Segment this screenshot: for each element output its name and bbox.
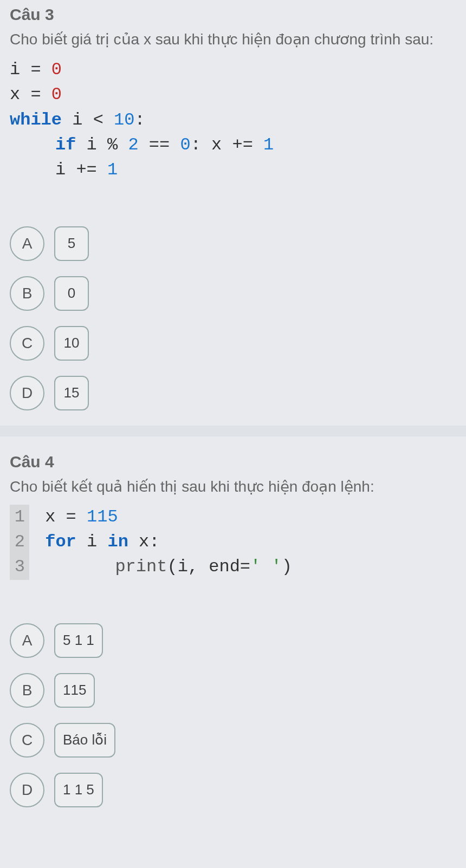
option-row-b: B 115	[10, 673, 456, 708]
option-c-value[interactable]: 10	[54, 326, 89, 361]
code-token: )	[282, 557, 292, 577]
code-line-1: i = 0	[10, 57, 456, 82]
code-token: +=	[76, 160, 96, 180]
question-3-code: i = 0 x = 0 while i < 10: if i % 2 == 0:…	[10, 57, 456, 183]
option-row-a: A 5	[10, 226, 456, 261]
option-d-letter[interactable]: D	[10, 773, 44, 807]
code-token: 0	[51, 60, 62, 80]
code-token: 2	[128, 135, 138, 155]
option-b-value[interactable]: 115	[54, 673, 95, 708]
code-token: while	[10, 110, 62, 130]
question-3-prompt: Cho biết giá trị của x sau khi thực hiện…	[10, 29, 456, 50]
code-token: x	[139, 532, 149, 552]
code-token: ' '	[250, 557, 282, 577]
code-line-3: while i < 10:	[10, 108, 456, 133]
question-4: Câu 4 Cho biết kết quả hiến thị sau khi …	[10, 453, 456, 807]
code-token: =	[66, 507, 76, 527]
question-3: Câu 3 Cho biết giá trị của x sau khi thự…	[10, 5, 456, 410]
question-4-title: Câu 4	[10, 453, 456, 471]
code-line-5: i += 1	[10, 158, 456, 182]
code-token: for	[45, 532, 76, 552]
code-token: end	[209, 557, 240, 577]
code-line-2: x = 0	[10, 82, 456, 107]
code-token: i	[87, 135, 97, 155]
code-line-4: if i % 2 == 0: x += 1	[10, 133, 456, 158]
code-token: %	[107, 135, 118, 155]
option-c-letter[interactable]: C	[10, 326, 44, 361]
question-4-options: A 5 1 1 B 115 C Báo lỗi D 1 1 5	[10, 623, 456, 807]
code-token: in	[107, 532, 128, 552]
code-token: :	[134, 110, 145, 130]
code-token: ,	[188, 557, 198, 577]
option-c-letter[interactable]: C	[10, 723, 44, 758]
code-token: ==	[149, 135, 170, 155]
code-token: 1	[107, 160, 118, 180]
code-token: 1	[263, 135, 274, 155]
code-token: i	[178, 557, 188, 577]
code-token: :	[191, 135, 201, 155]
code-token: i	[87, 532, 97, 552]
code-token: 10	[114, 110, 134, 130]
option-row-d: D 1 1 5	[10, 773, 456, 807]
option-row-a: A 5 1 1	[10, 623, 456, 658]
code-token: 0	[180, 135, 190, 155]
code-token: x	[10, 84, 20, 105]
line-number: 1	[10, 505, 29, 530]
code-token: =	[240, 557, 250, 577]
line-number: 2	[10, 530, 29, 554]
option-d-value[interactable]: 1 1 5	[54, 773, 103, 807]
code-token: print	[115, 557, 167, 577]
code-token: =	[30, 84, 41, 105]
option-row-d: D 15	[10, 376, 456, 410]
code-line-3: 3 print(i, end=' ')	[10, 554, 456, 579]
option-row-b: B 0	[10, 276, 456, 311]
option-b-value[interactable]: 0	[54, 276, 89, 311]
question-4-code: 1 x = 115 2 for i in x: 3 print(i, end='…	[10, 505, 456, 580]
line-number: 3	[10, 554, 29, 579]
question-3-options: A 5 B 0 C 10 D 15	[10, 226, 456, 410]
code-token: i	[10, 60, 20, 80]
code-token: 115	[87, 507, 118, 527]
code-line-1: 1 x = 115	[10, 505, 456, 530]
code-token: i	[72, 110, 82, 130]
code-token: :	[149, 532, 159, 552]
question-4-prompt: Cho biết kết quả hiến thị sau khi thực h…	[10, 477, 456, 497]
option-c-value[interactable]: Báo lỗi	[54, 723, 115, 758]
option-a-value[interactable]: 5 1 1	[54, 623, 103, 658]
option-row-c: C 10	[10, 326, 456, 361]
option-a-letter[interactable]: A	[10, 226, 44, 261]
option-d-letter[interactable]: D	[10, 376, 44, 410]
code-token: if	[55, 135, 76, 155]
code-token: (	[167, 557, 177, 577]
divider	[0, 426, 466, 436]
code-line-2: 2 for i in x:	[10, 530, 456, 554]
code-token: =	[30, 60, 41, 80]
option-d-value[interactable]: 15	[54, 376, 89, 410]
option-row-c: C Báo lỗi	[10, 723, 456, 758]
code-token: 0	[51, 84, 62, 105]
option-a-value[interactable]: 5	[54, 226, 89, 261]
code-token: x	[211, 135, 222, 155]
code-token: x	[45, 507, 55, 527]
question-3-title: Câu 3	[10, 5, 456, 24]
option-b-letter[interactable]: B	[10, 276, 44, 311]
code-token: +=	[232, 135, 253, 155]
code-token: <	[93, 110, 103, 130]
option-b-letter[interactable]: B	[10, 673, 44, 708]
option-a-letter[interactable]: A	[10, 623, 44, 658]
code-token: i	[55, 160, 66, 180]
